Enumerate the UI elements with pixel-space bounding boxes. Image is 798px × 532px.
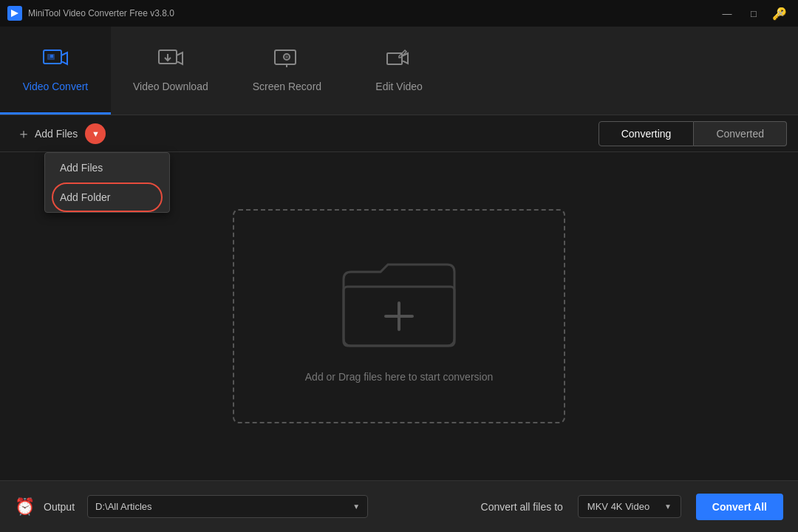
output-path-chevron: ▼ — [352, 502, 360, 511]
dropdown-add-files[interactable]: Add Files — [45, 153, 169, 183]
minimize-button[interactable]: — — [717, 6, 737, 21]
nav-tab-video-download-label: Video Download — [133, 81, 208, 92]
nav-tab-edit-video[interactable]: Edit Video — [344, 27, 454, 115]
app-title: MiniTool Video Converter Free v3.8.0 — [28, 8, 174, 18]
navigation: Video Convert Video Download Screen Reco… — [0, 27, 798, 115]
video-convert-icon — [42, 47, 69, 75]
converted-tab[interactable]: Converted — [694, 121, 787, 146]
close-button[interactable]: ✕ — [770, 6, 791, 21]
app-logo — [7, 6, 22, 21]
titlebar: MiniTool Video Converter Free v3.8.0 🔑 —… — [0, 0, 798, 27]
format-chevron-icon: ▼ — [664, 502, 672, 511]
nav-tab-video-convert-label: Video Convert — [23, 81, 88, 92]
drop-zone[interactable]: Add or Drag files here to start conversi… — [233, 209, 565, 423]
edit-video-icon — [386, 47, 412, 75]
nav-tab-video-convert[interactable]: Video Convert — [0, 27, 111, 115]
convert-all-files-label: Convert all files to — [481, 501, 563, 513]
screen-record-icon — [273, 47, 300, 75]
convert-all-button[interactable]: Convert All — [696, 494, 783, 520]
svg-marker-0 — [11, 10, 18, 17]
output-path-value: D:\All Articles — [95, 501, 152, 512]
nav-tab-video-download[interactable]: Video Download — [111, 27, 231, 115]
nav-tab-screen-record[interactable]: Screen Record — [231, 27, 344, 115]
add-files-label: Add Files — [35, 128, 78, 140]
output-path[interactable]: D:\All Articles ▼ — [87, 495, 368, 518]
folder-icon — [336, 250, 462, 356]
bottom-bar: ⏰ Output D:\All Articles ▼ Convert all f… — [0, 480, 798, 532]
add-files-plus-icon: ＋ — [17, 125, 30, 143]
svg-rect-7 — [275, 50, 296, 64]
maximize-button[interactable]: □ — [743, 6, 764, 21]
output-clock-icon: ⏰ — [15, 497, 35, 516]
nav-tab-screen-record-label: Screen Record — [253, 81, 321, 92]
add-files-button[interactable]: ＋ Add Files — [11, 120, 83, 147]
conv-tabs: Converting Converted — [598, 121, 787, 146]
drop-zone-text: Add or Drag files here to start conversi… — [305, 371, 493, 383]
converting-tab[interactable]: Converting — [598, 121, 695, 146]
format-value: MKV 4K Video — [587, 501, 649, 512]
toolbar: ＋ Add Files ▼ Converting Converted Add F… — [0, 115, 798, 152]
output-label: Output — [44, 501, 75, 513]
window-controls: — □ ✕ — [717, 6, 791, 21]
dropdown-add-folder[interactable]: Add Folder — [45, 183, 169, 212]
format-select[interactable]: MKV 4K Video ▼ — [578, 495, 681, 518]
nav-tab-edit-video-label: Edit Video — [375, 81, 423, 92]
svg-point-11 — [285, 55, 288, 58]
dropdown-arrow-button[interactable]: ▼ — [85, 123, 106, 144]
dropdown-menu: Add Files Add Folder — [44, 152, 170, 213]
video-download-icon — [157, 47, 184, 75]
